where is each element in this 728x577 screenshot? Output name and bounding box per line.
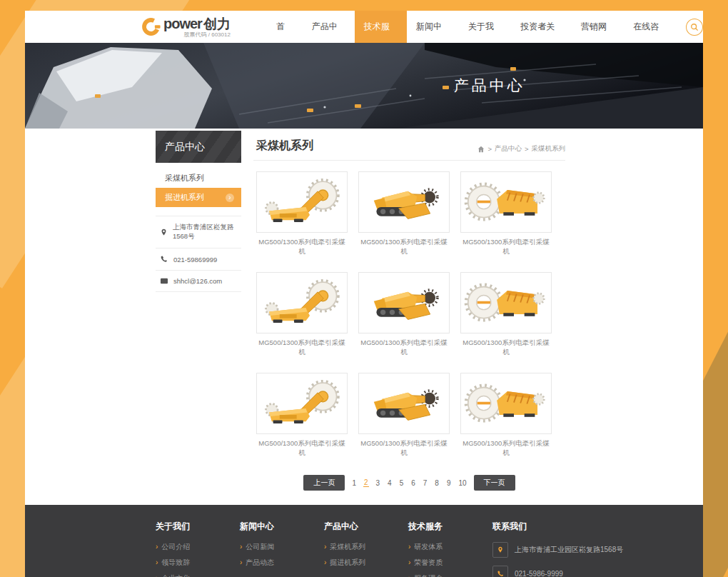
mail-icon (160, 277, 168, 285)
footer-col-news: 新闻中心 ›公司新闻 ›产品动态 (240, 521, 324, 577)
location-pin-icon (492, 542, 508, 558)
footer-link[interactable]: 产品动态 (246, 558, 274, 568)
product-image (256, 272, 348, 333)
hero-banner: 产品中心 (25, 43, 703, 129)
nav-item-marketing[interactable]: 营销网络 (572, 11, 624, 43)
footer-link[interactable]: 企业文化 (161, 573, 190, 577)
bullet-icon: › (324, 543, 326, 551)
next-page-button[interactable]: 下一页 (474, 475, 515, 491)
footer-address: 上海市青浦工业园区崧复路1568号 (515, 545, 623, 555)
footer-link[interactable]: 领导致辞 (161, 558, 190, 568)
chevron-right-icon: › (226, 194, 234, 202)
page-number[interactable]: 3 (375, 479, 381, 487)
page-number[interactable]: 8 (434, 479, 440, 487)
main-nav: 首页 产品中心 技术服务 新闻中心 关于我们 投资者关系 营销网络 在线咨询 (267, 11, 676, 43)
nav-item-online-consult[interactable]: 在线咨询 (624, 11, 676, 43)
bullet-icon: › (408, 543, 410, 551)
product-card[interactable]: MG500/1300系列电牵引采煤机 (358, 373, 450, 458)
sidebar-item-label: 采煤机系列 (165, 173, 204, 184)
nav-item-about[interactable]: 关于我们 (459, 11, 511, 43)
page-title: 采煤机系列 (256, 139, 313, 154)
footer-col-title: 产品中心 (324, 521, 408, 533)
product-image (358, 373, 450, 434)
product-image (460, 272, 552, 333)
sidebar-email: shhcl@126.com (173, 277, 222, 285)
page-number[interactable]: 5 (399, 479, 405, 487)
page-number[interactable]: 10 (457, 479, 467, 487)
breadcrumb-separator: > (487, 145, 492, 153)
product-grid: MG500/1300系列电牵引采煤机 MG500/1300系列电牵引采煤机 MG… (253, 161, 565, 458)
banner-image (25, 43, 703, 129)
footer-columns: 关于我们 ›公司介绍 ›领导致辞 ›企业文化 ›管理团队 新闻中心 ›公司新闻 … (25, 505, 703, 577)
page-number[interactable]: 7 (423, 479, 428, 487)
footer-col-title: 关于我们 (156, 521, 240, 533)
page-number[interactable]: 6 (410, 479, 416, 487)
logo[interactable]: power 创力 股票代码 / 603012 (141, 16, 247, 38)
sidebar-contact: 上海市青浦区崧复路1568号 021-59869999 shhcl@126.co… (156, 216, 241, 292)
product-image (460, 171, 552, 233)
footer-col-contact: 联系我们 上海市青浦工业园区崧复路1568号 021-5986-9999 (492, 521, 649, 577)
footer-link[interactable]: 荣誉资质 (414, 558, 443, 568)
title-row: 采煤机系列 > 产品中心 > 采煤机系列 (253, 131, 565, 161)
stock-code: 股票代码 / 603012 (163, 32, 231, 38)
product-card[interactable]: MG500/1300系列电牵引采煤机 (460, 272, 552, 357)
product-name: MG500/1300系列电牵引采煤机 (460, 338, 552, 357)
footer-link[interactable]: 采煤机系列 (330, 542, 365, 552)
search-button[interactable] (686, 19, 703, 36)
content-area: 产品中心 采煤机系列 掘进机系列 › 上海市青浦区崧复路1568号 (25, 129, 703, 505)
nav-item-news[interactable]: 新闻中心 (407, 11, 459, 43)
product-image (358, 171, 450, 233)
sidebar-item-shearer-series[interactable]: 采煤机系列 (156, 169, 241, 188)
product-card[interactable]: MG500/1300系列电牵引采煤机 (256, 272, 348, 357)
product-card[interactable]: MG500/1300系列电牵引采煤机 (460, 171, 552, 256)
home-icon[interactable] (477, 146, 485, 153)
page-number[interactable]: 1 (351, 479, 357, 487)
breadcrumb-product-center[interactable]: 产品中心 (495, 144, 522, 154)
bullet-icon: › (324, 559, 326, 566)
product-name: MG500/1300系列电牵引采煤机 (256, 439, 348, 458)
bullet-icon: › (240, 543, 242, 551)
page-number[interactable]: 9 (446, 479, 452, 487)
nav-item-investor[interactable]: 投资者关系 (511, 11, 572, 43)
logo-text-cn: 创力 (203, 17, 231, 31)
sidebar: 产品中心 采煤机系列 掘进机系列 › 上海市青浦区崧复路1568号 (156, 131, 241, 505)
footer-col-title: 新闻中心 (240, 521, 324, 533)
footer-col-about: 关于我们 ›公司介绍 ›领导致辞 ›企业文化 ›管理团队 (156, 521, 240, 577)
footer-link[interactable]: 公司介绍 (161, 542, 190, 552)
footer-address-row: 上海市青浦工业园区崧复路1568号 (492, 542, 649, 558)
product-card[interactable]: MG500/1300系列电牵引采煤机 (256, 373, 348, 458)
phone-icon (492, 566, 508, 577)
footer-col-tech: 技术服务 ›研发体系 ›荣誉资质 ›服务理念 (408, 521, 492, 577)
footer-link[interactable]: 公司新闻 (246, 542, 274, 552)
product-card[interactable]: MG500/1300系列电牵引采煤机 (460, 373, 552, 458)
footer-link[interactable]: 服务理念 (414, 573, 443, 577)
footer-link[interactable]: 掘进机系列 (330, 558, 365, 568)
product-image (358, 272, 450, 333)
sidebar-menu: 采煤机系列 掘进机系列 › (156, 169, 241, 207)
page-number[interactable]: 4 (387, 479, 393, 487)
product-card[interactable]: MG500/1300系列电牵引采煤机 (358, 272, 450, 357)
product-card[interactable]: MG500/1300系列电牵引采煤机 (358, 171, 450, 256)
nav-item-products[interactable]: 产品中心 (303, 11, 355, 43)
breadcrumb-separator: > (525, 145, 529, 153)
page-number-active[interactable]: 2 (363, 478, 369, 487)
product-name: MG500/1300系列电牵引采煤机 (460, 238, 552, 256)
sidebar-title: 产品中心 (156, 131, 241, 163)
site-footer: 关于我们 ›公司介绍 ›领导致辞 ›企业文化 ›管理团队 新闻中心 ›公司新闻 … (25, 505, 703, 577)
search-icon (690, 23, 699, 31)
product-name: MG500/1300系列电牵引采煤机 (256, 238, 348, 256)
footer-link[interactable]: 研发体系 (414, 542, 443, 552)
nav-item-tech-service[interactable]: 技术服务 (355, 11, 407, 43)
prev-page-button[interactable]: 上一页 (303, 475, 345, 491)
product-card[interactable]: MG500/1300系列电牵引采煤机 (256, 171, 348, 256)
breadcrumb-current: 采煤机系列 (532, 144, 566, 154)
phone-icon (160, 255, 168, 264)
product-image (256, 373, 348, 434)
footer-phone-row: 021-5986-9999 (492, 566, 649, 577)
logo-icon (141, 17, 161, 36)
contact-email-row: shhcl@126.com (156, 271, 241, 292)
pagination: 上一页 1 2 3 4 5 6 7 8 9 10 下一页 (253, 475, 565, 491)
nav-item-home[interactable]: 首页 (267, 11, 303, 43)
page-container: power 创力 股票代码 / 603012 首页 产品中心 技术服务 新闻中心… (25, 11, 703, 559)
sidebar-item-roadheader-series[interactable]: 掘进机系列 › (156, 188, 241, 207)
